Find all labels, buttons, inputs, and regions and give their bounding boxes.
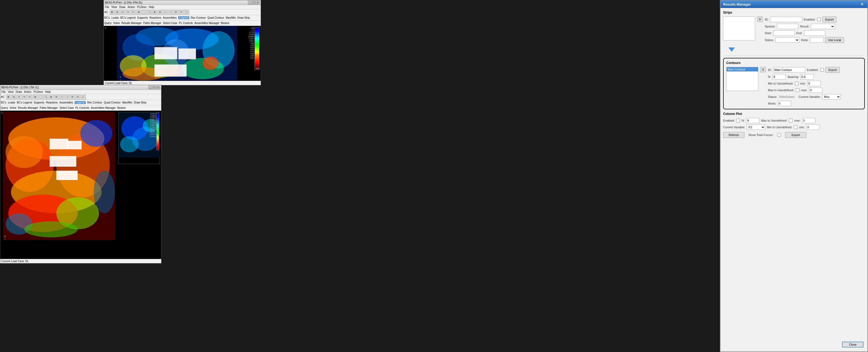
tb3-paths-manager[interactable]: Paths Manager (143, 22, 161, 25)
close-btn-bottom[interactable]: × (156, 86, 160, 89)
tb-btn-4[interactable]: ↪ (126, 10, 130, 15)
tb2-supports[interactable]: Supports (137, 16, 148, 19)
tb-btn-7[interactable]: 📋 (142, 10, 147, 15)
tb3b-pl-controls[interactable]: PL Controls (75, 106, 89, 109)
restore-btn-bottom[interactable]: □ (152, 86, 156, 89)
col-n-input[interactable] (746, 118, 760, 123)
menu-help[interactable]: Help (149, 6, 154, 8)
tb3-results-manager[interactable]: Results Manager (121, 22, 142, 25)
contour-spacing-input[interactable] (801, 74, 814, 79)
strip-npoints-input[interactable] (777, 24, 798, 29)
tb2b-reactions[interactable]: Reactions (46, 101, 58, 104)
strip-start-input[interactable] (773, 30, 795, 36)
contour-max-ud-checkbox[interactable] (796, 88, 799, 92)
col-max-input[interactable] (802, 118, 815, 123)
tb2b-legend[interactable]: BC's Legend (17, 101, 32, 104)
tb3-select-case[interactable]: Select Case (163, 22, 178, 25)
tb3-pl-controls[interactable]: PL Controls (179, 22, 193, 25)
strip-status-dropdown[interactable] (775, 37, 799, 43)
tb2b-quad-contour[interactable]: Quad Contour (104, 101, 121, 104)
restore-btn-top[interactable]: □ (252, 1, 256, 4)
tb2b-legend-active[interactable]: Legend (75, 101, 86, 104)
menu-draw[interactable]: Draw (119, 6, 125, 8)
tb3-beams[interactable]: Beams (221, 22, 229, 25)
menu-pldesn[interactable]: PLDesn (137, 6, 147, 8)
tb2b-maxmin[interactable]: Max/Min (122, 101, 132, 104)
tb2-maxmin[interactable]: Max/Min (226, 16, 236, 19)
tb-btn-5[interactable]: ✂ (131, 10, 136, 15)
tb2-bcs[interactable]: BC's (104, 16, 110, 19)
menu-bottom-help[interactable]: Help (45, 90, 51, 93)
strip-end-input[interactable] (804, 30, 825, 36)
tb3b-beams[interactable]: Beams (117, 106, 126, 109)
tb2b-draw-strip[interactable]: Draw Strip (134, 101, 147, 104)
tb-bottom-btn-14[interactable]: ✏ (75, 95, 80, 99)
tb-bottom-btn-5[interactable]: ✂ (28, 95, 32, 99)
strip-id-input[interactable] (770, 17, 802, 22)
tb-btn-11[interactable]: ↔ (163, 10, 168, 15)
tb-btn-14[interactable]: ✏ (179, 10, 184, 15)
tb2b-rec-contour[interactable]: Rec Contour (87, 101, 102, 104)
tb-btn-1[interactable]: ⊞ (110, 10, 115, 15)
minimize-btn-top[interactable]: _ (248, 1, 252, 4)
tb-btn-3[interactable]: ↩ (120, 10, 125, 15)
contour-enabled-checkbox[interactable] (820, 68, 824, 72)
tb2-legend[interactable]: BC's Legend (120, 16, 135, 19)
tb-btn-6[interactable]: ⧉ (136, 10, 141, 15)
menu-action[interactable]: Action (128, 6, 135, 8)
tb-btn-12[interactable]: ↕ (168, 10, 173, 15)
menu-file[interactable]: File (105, 6, 109, 8)
col-current-var-dropdown[interactable]: FZ FX FY MX MY (747, 125, 765, 130)
contour-n-input[interactable] (773, 74, 786, 79)
tb-btn-2[interactable]: ◫ (115, 10, 120, 15)
refresh-button[interactable]: Refresh (723, 132, 744, 138)
tb3-solve[interactable]: Solve (113, 22, 120, 25)
tb2-assemblies[interactable]: Assemblies (163, 16, 177, 19)
tb-bottom-btn-12[interactable]: ↕ (65, 95, 70, 99)
tb2-loads[interactable]: Loads (112, 16, 119, 19)
contours-listbox[interactable]: Main Contour (726, 67, 758, 91)
tb-bottom-btn-3[interactable]: ↩ (17, 95, 22, 99)
col-min-input[interactable] (806, 125, 820, 130)
strips-x-button[interactable]: X (757, 17, 763, 22)
tb-btn-13[interactable]: ⟳ (174, 10, 179, 15)
tb-btn-8[interactable]: 🔍 (147, 10, 152, 15)
tb-bottom-btn-1[interactable]: ⊞ (6, 95, 11, 99)
contour-current-var-dropdown[interactable]: Mxx Myy Mxy FZ (822, 94, 841, 99)
menu-bottom-pldesn[interactable]: PLDesn (34, 90, 43, 93)
contour-x-button[interactable]: X (761, 67, 766, 72)
tb3b-select-case[interactable]: Select Case (60, 106, 74, 109)
strip-export-button[interactable]: Export (823, 17, 837, 22)
col-max-ud-checkbox[interactable] (789, 119, 793, 122)
menu-bottom-file[interactable]: File (1, 90, 6, 93)
menu-bottom-draw[interactable]: Draw (16, 90, 22, 93)
strip-enabled-checkbox[interactable] (817, 18, 821, 21)
tb2-legend-active[interactable]: Legend (178, 16, 189, 19)
contour-list-item[interactable]: Main Contour (726, 67, 758, 71)
tb-bottom-btn-7[interactable]: 📋 (38, 95, 43, 99)
menu-bottom-view[interactable]: View (8, 90, 13, 93)
tb-bottom-btn-13[interactable]: ⟳ (70, 95, 75, 99)
col-export-button[interactable]: Export (785, 132, 806, 138)
contour-min-input[interactable] (807, 81, 821, 86)
tb-bottom-btn-9[interactable]: ⊕ (49, 95, 54, 99)
strip-result-dropdown[interactable] (811, 24, 835, 29)
contour-min-ud-checkbox[interactable] (795, 82, 799, 85)
tb-bottom-btn-11[interactable]: ↔ (60, 95, 64, 99)
tb-bottom-btn-6[interactable]: ⧉ (33, 95, 38, 99)
contour-export-button[interactable]: Export (826, 67, 840, 73)
contour-max-input[interactable] (809, 88, 823, 93)
tb-btn-15[interactable]: ⬚ (184, 10, 189, 15)
tb3b-query[interactable]: Query (1, 106, 8, 109)
tb2b-bcs[interactable]: BC's (1, 101, 6, 104)
contour-id-input[interactable] (773, 67, 805, 72)
strip-use-local-button[interactable]: Use Local (825, 37, 844, 43)
tb3b-results-manager[interactable]: Results Manager (18, 106, 38, 109)
strips-listbox[interactable] (723, 17, 755, 40)
tb3b-solve[interactable]: Solve (10, 106, 16, 109)
col-enabled-checkbox[interactable] (736, 119, 740, 122)
tb3b-assemblies-manager[interactable]: Assemblies Manager (91, 106, 116, 109)
close-button[interactable]: Close (842, 342, 864, 348)
menu-view[interactable]: View (111, 6, 117, 8)
show-total-forces-checkbox[interactable] (777, 133, 781, 137)
